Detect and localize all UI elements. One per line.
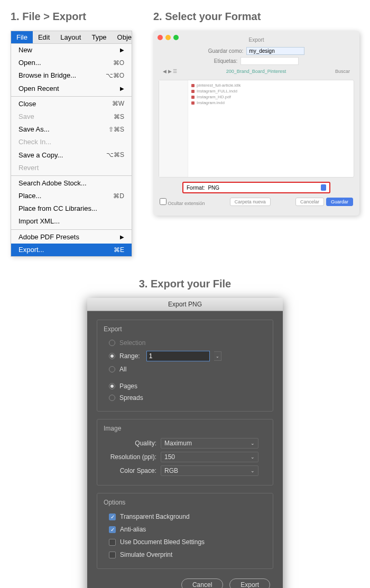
range-input[interactable] [146,351,210,361]
checkbox-icon: ✓ [109,526,116,533]
cancel-button[interactable]: Cancel [181,578,223,588]
file-item[interactable]: Instagram_HD.pdf [190,94,352,100]
search-input[interactable]: Buscar [335,69,350,74]
file-list[interactable]: pinterest_full-article.idlkInstagram_FUL… [188,80,354,177]
new-folder-button[interactable]: Carpeta nueva [230,198,271,206]
save-dialog-title: Export [159,36,354,47]
image-section: Image Quality: Maximum⌄ Resolution (ppi)… [97,419,273,486]
menu-item[interactable]: New▶ [11,44,132,57]
quality-label: Quality: [104,440,161,447]
radio-all[interactable]: All [104,363,266,375]
menu-item[interactable]: Adobe PDF Presets▶ [11,231,132,244]
chevron-down-icon: ⌄ [251,468,255,473]
export-png-dialog: Export PNG Export Selection Range: ⌄ All [87,298,283,588]
menu-item[interactable]: Open...⌘O [11,57,132,69]
range-dropdown-icon[interactable]: ⌄ [214,351,221,361]
menu-item: Save⌘S [11,110,132,123]
save-button[interactable]: Guardar [326,198,353,206]
format-dropdown-icon[interactable] [321,184,326,191]
image-section-title: Image [104,425,266,432]
menu-item[interactable]: Export...⌘E [11,244,132,256]
radio-range[interactable]: Range: ⌄ [104,349,266,363]
check-antialias[interactable]: ✓ Anti-alias [104,523,266,536]
export-dialog-title: Export PNG [87,298,283,311]
radio-pages[interactable]: Pages [104,380,266,392]
radio-spreads[interactable]: Spreads [104,392,266,404]
chevron-down-icon: ⌄ [251,441,255,446]
radio-selection: Selection [104,337,266,349]
resolution-label: Resolution (ppi): [104,453,161,461]
tags-input[interactable] [240,57,299,65]
menu-item: Revert [11,162,132,174]
menubar-file[interactable]: File [11,31,33,43]
file-item[interactable]: Instagram.indd [190,100,352,106]
options-section: Options ✓ Transparent Background ✓ Anti-… [97,493,273,569]
menubar-object[interactable]: Obje [112,31,137,43]
menu-item[interactable]: Close⌘W [11,98,132,110]
menu-item[interactable]: Import XML... [11,215,132,228]
format-select[interactable]: PNG [208,185,321,191]
step2-title: 2. Select your Format [153,11,359,23]
check-bleed[interactable]: Use Document Bleed Settings [104,536,266,548]
format-row: Format: PNG [182,182,330,193]
file-item[interactable]: pinterest_full-article.idlk [190,82,352,88]
export-section: Export Selection Range: ⌄ All Pages [97,320,273,412]
menubar-type[interactable]: Type [86,31,112,43]
step3-title: 3. Export your File [11,278,359,290]
file-item[interactable]: Instagram_FULL.indd [190,88,352,94]
resolution-select[interactable]: 150⌄ [161,452,258,462]
checkbox-icon [109,552,116,558]
menu-item[interactable]: Place...⌘D [11,190,132,202]
step1-title: 1. File > Export [11,11,132,23]
save-dialog: Export Guardar como: Etiquetas: ◀ ▶ ☰ 20… [153,31,359,216]
export-button[interactable]: Export [229,578,270,588]
quality-select[interactable]: Maximum⌄ [161,438,258,449]
checkbox-icon [109,539,116,546]
format-label: Format: [187,185,205,191]
save-as-input[interactable] [246,47,304,55]
export-section-title: Export [104,325,266,333]
folder-name[interactable]: 200_Brand_Board_Pinterest [226,69,286,74]
options-section-title: Options [104,499,266,506]
check-overprint[interactable]: Simulate Overprint [104,548,266,561]
window-controls[interactable] [158,35,179,40]
menu-item[interactable]: Open Recent▶ [11,82,132,95]
file-sidebar[interactable] [159,80,188,177]
colorspace-label: Color Space: [104,467,161,474]
tags-label: Etiquetas: [214,58,237,64]
menubar-layout[interactable]: Layout [55,31,86,43]
menu-item[interactable]: Save a Copy...⌥⌘S [11,149,132,162]
menu-item[interactable]: Browse in Bridge...⌥⌘O [11,69,132,82]
radio-icon [109,353,115,359]
chevron-down-icon: ⌄ [251,454,255,460]
checkbox-icon: ✓ [109,514,116,520]
hide-extension-checkbox[interactable]: Ocultar extensión [160,198,205,206]
cancel-button[interactable]: Cancelar [295,198,324,206]
menubar: File Edit Layout Type Obje [11,31,132,44]
menubar-edit[interactable]: Edit [33,31,55,43]
menu-item[interactable]: Place from CC Libraries... [11,202,132,215]
file-menu-panel: File Edit Layout Type Obje New▶Open...⌘O… [11,31,132,257]
check-transparent[interactable]: ✓ Transparent Background [104,510,266,523]
colorspace-select[interactable]: RGB⌄ [161,465,258,476]
menu-item[interactable]: Save As...⇧⌘S [11,123,132,136]
menu-item: Check In... [11,136,132,148]
menu-item[interactable]: Search Adobe Stock... [11,177,132,190]
file-menu-list: New▶Open...⌘OBrowse in Bridge...⌥⌘OOpen … [11,44,132,256]
save-as-label: Guardar como: [208,48,244,54]
